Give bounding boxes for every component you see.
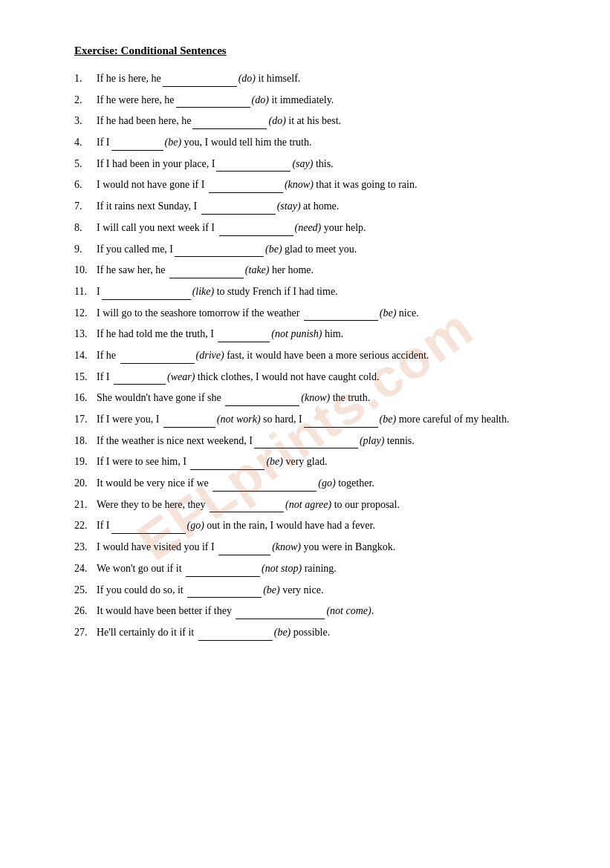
- blank-1[interactable]: [163, 76, 237, 87]
- blank-21[interactable]: [210, 502, 284, 512]
- item-number: 20.: [74, 475, 88, 492]
- list-item: 10. If he saw her, he (take) her home.: [74, 262, 551, 278]
- blank-13[interactable]: [218, 332, 270, 342]
- blank-23[interactable]: [218, 545, 270, 555]
- page: EFLprints.com Exercise: Conditional Sent…: [0, 0, 610, 868]
- item-number: 17.: [74, 411, 88, 428]
- exercise-list: 1. If he is here, he(do) it himself. 2. …: [74, 71, 551, 641]
- item-number: 1.: [74, 71, 82, 87]
- item-number: 10.: [74, 262, 88, 278]
- item-number: 21.: [74, 497, 88, 513]
- item-number: 16.: [74, 390, 88, 406]
- list-item: 8. I will call you next week if I (need)…: [74, 220, 551, 236]
- list-item: 14. If he (drive) fast, it would have be…: [74, 347, 551, 364]
- item-number: 18.: [74, 433, 88, 449]
- blank-17b[interactable]: [304, 417, 378, 428]
- blank-9[interactable]: [175, 247, 264, 257]
- list-item: 24. We won't go out if it (not stop) rai…: [74, 561, 551, 577]
- blank-19[interactable]: [190, 460, 265, 470]
- blank-3[interactable]: [192, 119, 267, 129]
- list-item: 5. If I had been in your place, I(say) t…: [74, 156, 551, 172]
- blank-24[interactable]: [186, 567, 260, 577]
- item-number: 9.: [74, 241, 82, 258]
- list-item: 22. If I(go) out in the rain, I would ha…: [74, 518, 551, 534]
- blank-26[interactable]: [236, 609, 325, 619]
- list-item: 27. He'll certainly do it if it (be) pos…: [74, 624, 551, 641]
- blank-14[interactable]: [120, 353, 195, 364]
- blank-5[interactable]: [216, 161, 291, 172]
- item-number: 3.: [74, 113, 82, 129]
- item-number: 26.: [74, 603, 88, 619]
- list-item: 23. I would have visited you if I (know)…: [74, 539, 551, 555]
- list-item: 21. Were they to be here, they (not agre…: [74, 497, 551, 513]
- item-number: 11.: [74, 284, 87, 300]
- blank-20[interactable]: [212, 481, 317, 492]
- item-number: 23.: [74, 539, 88, 555]
- list-item: 13. If he had told me the truth, I (not …: [74, 326, 551, 342]
- blank-8[interactable]: [219, 226, 293, 236]
- blank-27[interactable]: [198, 630, 273, 641]
- list-item: 3. If he had been here, he(do) it at his…: [74, 113, 551, 129]
- list-item: 20. It would be very nice if we (go) tog…: [74, 475, 551, 492]
- item-number: 2.: [74, 92, 82, 108]
- list-item: 6. I would not have gone if I (know) tha…: [74, 177, 551, 193]
- blank-11[interactable]: [102, 290, 191, 300]
- list-item: 4. If I(be) you, I would tell him the tr…: [74, 134, 551, 151]
- blank-15[interactable]: [114, 374, 166, 385]
- blank-12[interactable]: [304, 310, 378, 321]
- list-item: 12. I will go to the seashore tomorrow i…: [74, 305, 551, 322]
- list-item: 2. If he were here, he(do) it immediatel…: [74, 92, 551, 108]
- item-number: 4.: [74, 134, 82, 151]
- list-item: 9. If you called me, I(be) glad to meet …: [74, 241, 551, 258]
- blank-25[interactable]: [187, 587, 262, 598]
- item-number: 8.: [74, 220, 82, 236]
- blank-7[interactable]: [201, 204, 276, 215]
- item-number: 25.: [74, 582, 88, 598]
- item-number: 7.: [74, 198, 82, 215]
- item-number: 27.: [74, 624, 88, 641]
- blank-10[interactable]: [169, 268, 244, 278]
- list-item: 16. She wouldn't have gone if she (know)…: [74, 390, 551, 406]
- item-number: 15.: [74, 369, 88, 385]
- list-item: 25. If you could do so, it (be) very nic…: [74, 582, 551, 598]
- list-item: 11. I(like) to study French if I had tim…: [74, 284, 551, 300]
- item-number: 14.: [74, 347, 88, 364]
- page-title: Exercise: Conditional Sentences: [74, 45, 551, 57]
- blank-4[interactable]: [111, 140, 163, 151]
- item-number: 22.: [74, 518, 88, 534]
- blank-16[interactable]: [225, 396, 299, 406]
- list-item: 26. It would have been better if they (n…: [74, 603, 551, 619]
- list-item: 7. If it rains next Sunday, I (stay) at …: [74, 198, 551, 215]
- blank-18[interactable]: [254, 438, 358, 448]
- item-number: 12.: [74, 305, 88, 322]
- item-number: 24.: [74, 561, 88, 577]
- item-number: 5.: [74, 156, 82, 172]
- list-item: 19. If I were to see him, I (be) very gl…: [74, 454, 551, 470]
- blank-22[interactable]: [111, 523, 186, 534]
- blank-6[interactable]: [209, 183, 283, 193]
- list-item: 15. If I (wear) thick clothes, I would n…: [74, 369, 551, 385]
- blank-17a[interactable]: [163, 417, 215, 428]
- item-number: 19.: [74, 454, 88, 470]
- item-number: 6.: [74, 177, 82, 193]
- list-item multi-line: 17. If I were you, I (not work) so hard,…: [74, 411, 551, 428]
- item-number: 13.: [74, 326, 88, 342]
- list-item: 1. If he is here, he(do) it himself.: [74, 71, 551, 87]
- blank-2[interactable]: [176, 97, 250, 108]
- list-item: 18. If the weather is nice next weekend,…: [74, 433, 551, 449]
